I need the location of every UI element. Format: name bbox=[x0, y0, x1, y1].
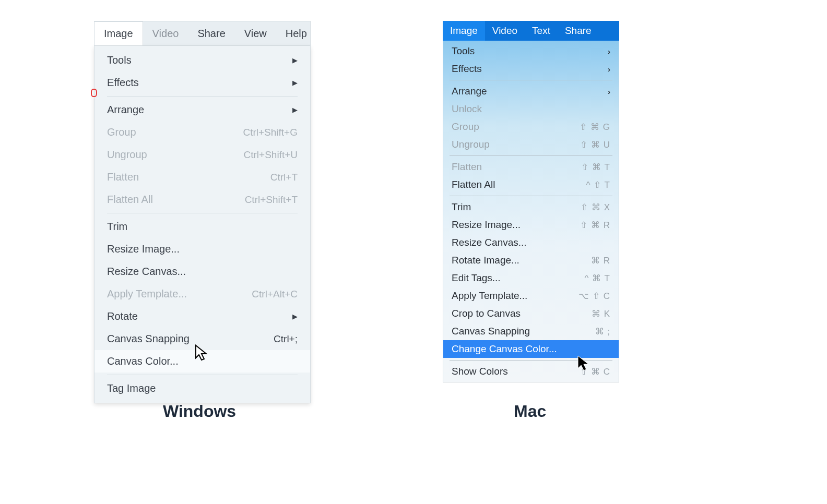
menu-label: Group bbox=[452, 121, 479, 133]
shortcut: ⌘ R bbox=[591, 255, 610, 266]
shortcut: ^ ⇧ T bbox=[586, 179, 610, 190]
menu-label: Ungroup bbox=[107, 149, 147, 161]
shortcut: ⇧ ⌘ T bbox=[581, 162, 610, 173]
menu-effects[interactable]: Effects› bbox=[443, 60, 619, 78]
shortcut: ⌘ K bbox=[592, 308, 610, 319]
separator bbox=[107, 375, 298, 375]
chevron-right-icon: ▶ bbox=[292, 79, 298, 87]
menubar-image[interactable]: Image bbox=[94, 21, 143, 45]
shortcut: Ctrl+T bbox=[270, 172, 298, 183]
chevron-right-icon: ▶ bbox=[292, 106, 298, 114]
menu-label: Flatten All bbox=[452, 179, 495, 190]
menu-resize-image[interactable]: Resize Image...⇧ ⌘ R bbox=[443, 216, 619, 234]
menu-show-colors[interactable]: Show Colors⇧ ⌘ C bbox=[443, 363, 619, 380]
menu-label: Resize Image... bbox=[107, 243, 180, 255]
shortcut: Ctrl+Shift+U bbox=[244, 149, 298, 161]
menu-label: Canvas Snapping bbox=[107, 333, 190, 345]
menubar-share[interactable]: Share bbox=[188, 21, 234, 45]
menu-label: Group bbox=[107, 126, 136, 138]
menu-apply-template: Apply Template...Ctrl+Alt+C bbox=[94, 283, 310, 305]
menubar-help[interactable]: Help bbox=[276, 21, 316, 45]
menubar-video[interactable]: Video bbox=[485, 21, 525, 41]
menu-label: Change Canvas Color... bbox=[452, 343, 557, 355]
shortcut: ⌘ ; bbox=[595, 326, 610, 337]
separator bbox=[450, 196, 612, 196]
menu-arrange[interactable]: Arrange› bbox=[443, 82, 619, 100]
shortcut: Ctrl+Shift+T bbox=[245, 194, 298, 206]
menu-resize-canvas[interactable]: Resize Canvas... bbox=[443, 234, 619, 251]
mac-label: Mac bbox=[514, 402, 546, 421]
chevron-right-icon: › bbox=[608, 87, 610, 96]
menu-canvas-color[interactable]: Canvas Color... bbox=[94, 350, 310, 373]
separator bbox=[107, 96, 298, 97]
separator bbox=[450, 155, 612, 156]
shortcut: Ctrl+; bbox=[274, 333, 298, 345]
menu-group: Group⇧ ⌘ G bbox=[443, 118, 619, 136]
menu-ungroup: Ungroup⇧ ⌘ U bbox=[443, 136, 619, 153]
menu-effects[interactable]: Effects▶ bbox=[94, 71, 310, 94]
menu-label: Tag Image bbox=[107, 382, 156, 394]
menu-label: Crop to Canvas bbox=[452, 308, 521, 319]
menu-arrange[interactable]: Arrange▶ bbox=[94, 99, 310, 121]
menu-label: Apply Template... bbox=[107, 288, 187, 300]
red-marker bbox=[91, 89, 97, 97]
menu-tools[interactable]: Tools▶ bbox=[94, 49, 310, 71]
mac-menu: Image Video Text Share Tools› Effects› A… bbox=[443, 21, 619, 382]
menu-rotate-image[interactable]: Rotate Image...⌘ R bbox=[443, 251, 619, 269]
windows-menu: Image Video Share View Help Tools▶ Effec… bbox=[94, 21, 311, 403]
menu-apply-template[interactable]: Apply Template...⌥ ⇧ C bbox=[443, 287, 619, 305]
menu-flatten-all[interactable]: Flatten All^ ⇧ T bbox=[443, 176, 619, 194]
shortcut: ⇧ ⌘ U bbox=[580, 139, 610, 150]
menu-label: Ungroup bbox=[452, 139, 490, 150]
menu-trim[interactable]: Trim bbox=[94, 215, 310, 238]
menu-ungroup: UngroupCtrl+Shift+U bbox=[94, 143, 310, 166]
menu-label: Flatten bbox=[452, 161, 482, 173]
menu-label: Show Colors bbox=[452, 366, 508, 377]
menubar-text[interactable]: Text bbox=[525, 21, 558, 41]
shortcut: Ctrl+Shift+G bbox=[243, 127, 298, 138]
menu-label: Canvas Color... bbox=[107, 355, 179, 367]
chevron-right-icon: ▶ bbox=[292, 313, 298, 320]
menu-label: Arrange bbox=[452, 86, 487, 97]
menu-canvas-snapping[interactable]: Canvas SnappingCtrl+; bbox=[94, 328, 310, 350]
menu-label: Tools bbox=[452, 45, 475, 57]
menu-change-canvas-color[interactable]: Change Canvas Color... bbox=[443, 340, 619, 358]
menu-label: Canvas Snapping bbox=[452, 326, 530, 337]
menubar-view[interactable]: View bbox=[235, 21, 276, 45]
menu-label: Rotate bbox=[107, 310, 138, 322]
menu-label: Flatten bbox=[107, 171, 139, 183]
menu-crop-to-canvas[interactable]: Crop to Canvas⌘ K bbox=[443, 305, 619, 322]
shortcut: ⇧ ⌘ C bbox=[580, 366, 610, 377]
menu-label: Flatten All bbox=[107, 194, 153, 206]
menu-resize-canvas[interactable]: Resize Canvas... bbox=[94, 260, 310, 283]
windows-dropdown: Tools▶ Effects▶ Arrange▶ GroupCtrl+Shift… bbox=[94, 46, 311, 403]
shortcut: ⇧ ⌘ R bbox=[580, 220, 610, 231]
menu-tag-image[interactable]: Tag Image bbox=[94, 377, 310, 400]
menu-canvas-snapping[interactable]: Canvas Snapping⌘ ; bbox=[443, 322, 619, 340]
shortcut: ⇧ ⌘ G bbox=[580, 122, 610, 133]
chevron-right-icon: › bbox=[608, 47, 610, 56]
menu-label: Arrange bbox=[107, 104, 144, 116]
menu-flatten-all: Flatten AllCtrl+Shift+T bbox=[94, 188, 310, 211]
chevron-right-icon: ▶ bbox=[292, 56, 298, 64]
menu-tools[interactable]: Tools› bbox=[443, 42, 619, 60]
menu-label: Trim bbox=[107, 221, 127, 233]
menu-label: Effects bbox=[452, 63, 482, 75]
menu-label: Resize Image... bbox=[452, 219, 521, 231]
chevron-right-icon: › bbox=[608, 65, 610, 74]
separator bbox=[107, 213, 298, 213]
shortcut: ⇧ ⌘ X bbox=[581, 202, 610, 213]
shortcut: Ctrl+Alt+C bbox=[252, 289, 298, 300]
shortcut: ^ ⌘ T bbox=[584, 273, 610, 284]
menu-label: Resize Canvas... bbox=[107, 266, 186, 278]
menubar-image[interactable]: Image bbox=[443, 21, 485, 41]
menu-flatten: FlattenCtrl+T bbox=[94, 166, 310, 188]
menu-group: GroupCtrl+Shift+G bbox=[94, 121, 310, 143]
menu-resize-image[interactable]: Resize Image... bbox=[94, 238, 310, 260]
menu-trim[interactable]: Trim⇧ ⌘ X bbox=[443, 198, 619, 216]
menu-edit-tags[interactable]: Edit Tags...^ ⌘ T bbox=[443, 269, 619, 287]
menubar-video[interactable]: Video bbox=[143, 21, 188, 45]
menu-rotate[interactable]: Rotate▶ bbox=[94, 305, 310, 328]
menubar-share[interactable]: Share bbox=[558, 21, 599, 41]
shortcut: ⌥ ⇧ C bbox=[578, 291, 610, 302]
